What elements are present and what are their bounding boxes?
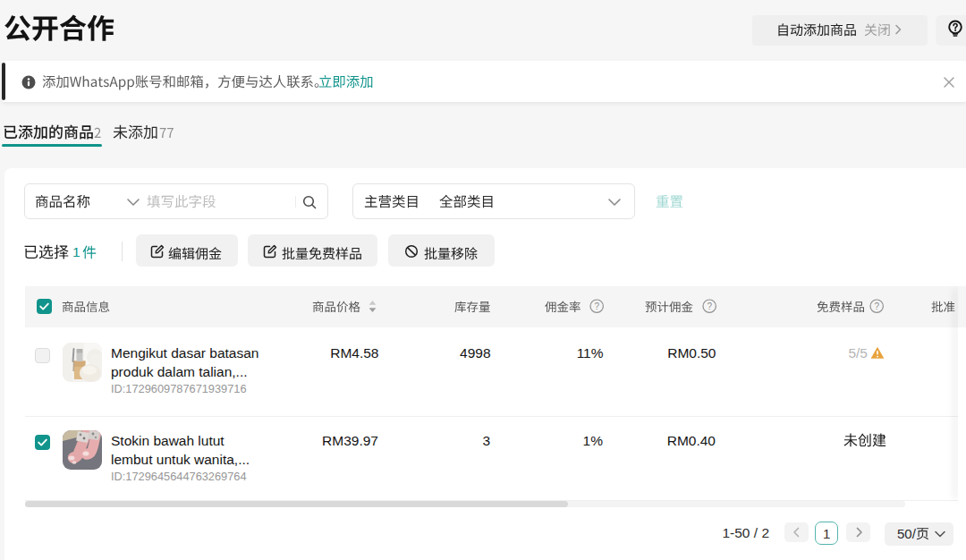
svg-text:?: ?: [875, 301, 880, 310]
svg-text:?: ?: [707, 301, 712, 310]
svg-text:?: ?: [595, 301, 600, 310]
